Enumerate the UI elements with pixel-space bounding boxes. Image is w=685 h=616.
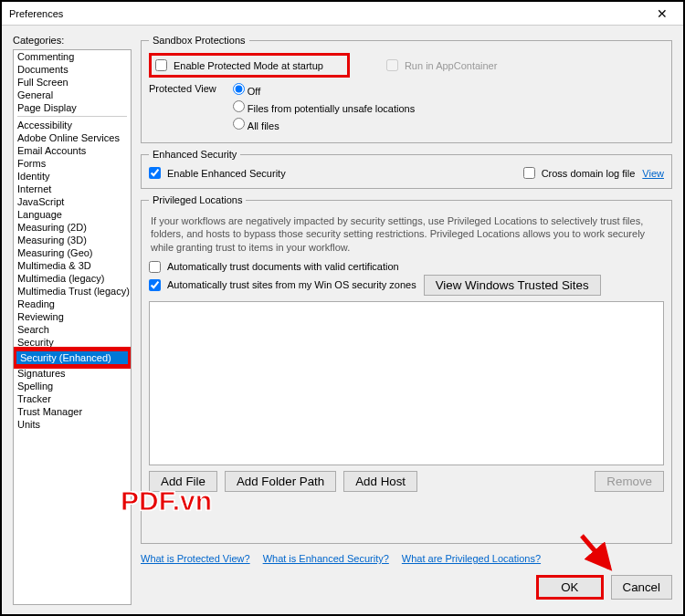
sandbox-fieldset: Sandbox Protections Enable Protected Mod… (141, 35, 672, 143)
auto-zones-checkbox[interactable] (149, 279, 161, 291)
category-item[interactable]: Signatures (14, 367, 131, 380)
auto-cert-checkbox[interactable] (149, 261, 161, 273)
category-item[interactable]: Measuring (2D) (14, 221, 131, 234)
category-item[interactable]: Security (Enhanced) (14, 349, 131, 367)
category-item[interactable]: Security (14, 336, 131, 349)
cross-domain-row[interactable]: Cross domain log file (523, 167, 636, 179)
category-item[interactable]: General (14, 89, 131, 101)
cross-domain-checkbox[interactable] (523, 167, 535, 179)
category-item[interactable]: Spelling (14, 380, 131, 392)
auto-zones-row[interactable]: Automatically trust sites from my Win OS… (149, 279, 416, 291)
dialog-buttons: OK Cancel (141, 569, 672, 605)
protected-view-options: Off Files from potentially unsafe locati… (233, 83, 415, 135)
ok-button[interactable]: OK (536, 575, 603, 600)
right-panel: Sandbox Protections Enable Protected Mod… (141, 35, 672, 605)
enable-enhanced-checkbox[interactable] (149, 167, 161, 179)
category-item[interactable]: Accessibility (14, 119, 131, 131)
pv-all-row[interactable]: All files (233, 118, 415, 131)
run-appcontainer-checkbox (386, 59, 398, 71)
run-appcontainer-label: Run in AppContainer (405, 60, 498, 71)
category-item[interactable]: Forms (14, 157, 131, 170)
privileged-legend: Privileged Locations (149, 194, 246, 205)
add-folder-button[interactable]: Add Folder Path (225, 471, 336, 492)
link-protected-view[interactable]: What is Protected View? (141, 553, 250, 564)
link-privileged-locations[interactable]: What are Privileged Locations? (402, 553, 541, 564)
category-item[interactable]: Measuring (3D) (14, 234, 131, 246)
category-item[interactable]: Reading (14, 298, 131, 310)
enable-protected-row[interactable]: Enable Protected Mode at startup (149, 53, 350, 78)
privileged-fieldset: Privileged Locations If your workflows a… (141, 194, 672, 544)
category-item[interactable]: Reviewing (14, 310, 131, 323)
enable-enhanced-row[interactable]: Enable Enhanced Security (149, 167, 286, 179)
enhanced-legend: Enhanced Security (149, 149, 240, 160)
add-file-button[interactable]: Add File (149, 471, 217, 492)
pv-unsafe-row[interactable]: Files from potentially unsafe locations (233, 100, 415, 114)
category-item[interactable]: Multimedia & 3D (14, 259, 131, 272)
protected-view-label: Protected View (149, 83, 216, 135)
category-item[interactable]: Internet (14, 183, 131, 195)
left-panel: Categories: CommentingDocumentsFull Scre… (13, 35, 132, 605)
privileged-listbox[interactable] (149, 301, 664, 465)
remove-button: Remove (595, 471, 664, 492)
categories-list[interactable]: CommentingDocumentsFull ScreenGeneralPag… (13, 49, 132, 605)
add-host-button[interactable]: Add Host (343, 471, 417, 492)
category-item[interactable]: Email Accounts (14, 144, 131, 157)
category-item[interactable]: Multimedia (legacy) (14, 272, 131, 285)
view-log-link[interactable]: View (642, 168, 664, 179)
category-item[interactable]: Trust Manager (14, 405, 131, 418)
titlebar: Preferences ✕ (2, 2, 683, 26)
pv-all-radio[interactable] (233, 118, 245, 130)
category-item[interactable]: Adobe Online Services (14, 131, 131, 144)
categories-label: Categories: (13, 35, 132, 46)
category-item[interactable]: Multimedia Trust (legacy) (14, 285, 131, 298)
close-icon[interactable]: ✕ (648, 6, 676, 21)
category-item[interactable]: Identity (14, 170, 131, 183)
enable-protected-checkbox[interactable] (155, 59, 167, 71)
category-item[interactable]: Language (14, 208, 131, 221)
cancel-button[interactable]: Cancel (611, 575, 673, 600)
category-item[interactable]: Documents (14, 63, 131, 76)
category-item[interactable]: Units (14, 418, 131, 431)
enhanced-fieldset: Enhanced Security Enable Enhanced Securi… (141, 149, 672, 189)
category-item[interactable]: JavaScript (14, 195, 131, 208)
window-title: Preferences (9, 8, 63, 19)
enable-protected-label: Enable Protected Mode at startup (174, 60, 323, 71)
sandbox-legend: Sandbox Protections (149, 35, 249, 46)
category-item[interactable]: Full Screen (14, 76, 131, 89)
pv-unsafe-radio[interactable] (233, 100, 245, 112)
auto-cert-row[interactable]: Automatically trust documents with valid… (149, 261, 664, 273)
category-item[interactable]: Measuring (Geo) (14, 246, 131, 259)
run-appcontainer-row: Run in AppContainer (386, 59, 498, 71)
link-enhanced-security[interactable]: What is Enhanced Security? (263, 553, 389, 564)
category-item[interactable]: Page Display (14, 101, 131, 114)
help-links: What is Protected View? What is Enhanced… (141, 553, 672, 564)
pv-off-row[interactable]: Off (233, 83, 415, 97)
privileged-desc: If your workflows are negatively impacte… (151, 214, 662, 254)
pv-off-radio[interactable] (233, 83, 245, 95)
view-trusted-button[interactable]: View Windows Trusted Sites (424, 275, 601, 296)
content: Categories: CommentingDocumentsFull Scre… (2, 26, 683, 614)
category-item[interactable]: Search (14, 323, 131, 336)
category-item[interactable]: Tracker (14, 392, 131, 405)
category-item[interactable]: Commenting (14, 50, 131, 63)
